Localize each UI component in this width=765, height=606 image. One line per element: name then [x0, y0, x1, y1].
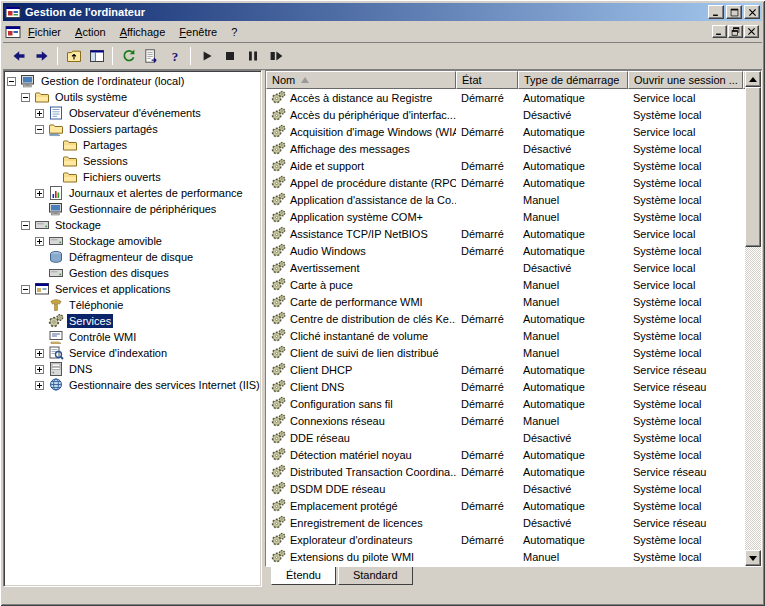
back-button[interactable] — [7, 45, 30, 67]
tree-item[interactable]: Gestion des disques — [4, 265, 261, 281]
service-row[interactable]: Enregistrement de licencesDésactivéServi… — [266, 514, 745, 531]
show-hide-console-tree-button[interactable] — [85, 45, 108, 67]
service-row[interactable]: Distributed Transaction Coordina...Démar… — [266, 463, 745, 480]
tree-item[interactable]: Services et applications — [4, 281, 261, 297]
tree-item[interactable]: Fichiers ouverts — [4, 169, 261, 185]
service-row[interactable]: Client DNSDémarréAutomatiqueService rése… — [266, 378, 745, 395]
minimize-button[interactable] — [708, 5, 724, 19]
tree-item[interactable]: Partages — [4, 137, 261, 153]
scroll-thumb[interactable] — [745, 87, 761, 247]
collapse-icon[interactable] — [21, 221, 30, 230]
restart-service-button[interactable] — [264, 45, 287, 67]
service-row[interactable]: Appel de procédure distante (RPC)Démarré… — [266, 174, 745, 191]
scroll-track[interactable] — [745, 247, 761, 550]
column-header-session[interactable]: Ouvrir une session ... — [628, 71, 743, 89]
menu-fichier[interactable]: Fichier — [21, 23, 68, 41]
help-button[interactable]: ? — [163, 45, 186, 67]
column-header-etat[interactable]: État — [456, 71, 518, 89]
child-restore-button[interactable] — [728, 25, 743, 38]
service-row[interactable]: Audio WindowsDémarréAutomatiqueSystème l… — [266, 242, 745, 259]
column-header-nom[interactable]: Nom — [266, 71, 456, 89]
logon-as-cell: Système local — [628, 497, 743, 514]
tree-item[interactable]: Gestionnaire de périphériques — [4, 201, 261, 217]
service-row[interactable]: Acquisition d'image Windows (WIA)Démarré… — [266, 123, 745, 140]
vertical-scrollbar[interactable] — [745, 71, 761, 566]
service-row[interactable]: Assistance TCP/IP NetBIOSDémarréAutomati… — [266, 225, 745, 242]
tree-item[interactable]: Dossiers partagés — [4, 121, 261, 137]
forward-button[interactable] — [30, 45, 53, 67]
tree-item[interactable]: Gestionnaire des services Internet (IIS) — [4, 377, 261, 393]
startup-type-cell: Désactivé — [518, 480, 628, 497]
menu-aide[interactable]: ? — [224, 23, 244, 41]
export-list-button[interactable] — [140, 45, 163, 67]
tree-item[interactable]: Téléphonie — [4, 297, 261, 313]
service-row[interactable]: Aide et supportDémarréAutomatiqueSystème… — [266, 157, 745, 174]
collapse-icon[interactable] — [21, 93, 30, 102]
service-row[interactable]: DSDM DDE réseauDésactivéSystème local — [266, 480, 745, 497]
view-tab-standard[interactable]: Standard — [338, 567, 413, 585]
service-row[interactable]: Client DHCPDémarréAutomatiqueService rés… — [266, 361, 745, 378]
collapse-icon[interactable] — [7, 77, 16, 86]
expand-icon[interactable] — [35, 237, 44, 246]
tree-item[interactable]: Sessions — [4, 153, 261, 169]
service-row[interactable]: DDE réseauDésactivéSystème local — [266, 429, 745, 446]
expand-icon[interactable] — [35, 109, 44, 118]
service-row[interactable]: Centre de distribution de clés Ke...Déma… — [266, 310, 745, 327]
service-row[interactable]: Explorateur d'ordinateursDémarréAutomati… — [266, 531, 745, 548]
service-name: Client DNS — [290, 381, 344, 393]
service-row[interactable]: Carte de performance WMIManuelSystème lo… — [266, 293, 745, 310]
service-row[interactable]: Extensions du pilote WMIManuelSystème lo… — [266, 548, 745, 565]
stop-service-button[interactable] — [218, 45, 241, 67]
child-close-button[interactable] — [744, 25, 759, 38]
pause-service-button[interactable] — [241, 45, 264, 67]
tree-item[interactable]: DNS — [4, 361, 261, 377]
service-status-cell: Démarré — [456, 395, 518, 412]
view-tab-etendu[interactable]: Étendu — [271, 567, 336, 585]
service-row[interactable]: Emplacement protégéDémarréAutomatiqueSys… — [266, 497, 745, 514]
up-one-level-button[interactable] — [62, 45, 85, 67]
expand-icon[interactable] — [35, 381, 44, 390]
start-service-button[interactable] — [195, 45, 218, 67]
service-row[interactable]: Configuration sans filDémarréAutomatique… — [266, 395, 745, 412]
close-button[interactable] — [744, 5, 760, 19]
refresh-button[interactable] — [117, 45, 140, 67]
child-window-icon[interactable] — [5, 24, 21, 40]
service-row[interactable]: Détection matériel noyauDémarréAutomatiq… — [266, 446, 745, 463]
expand-icon[interactable] — [35, 349, 44, 358]
logon-as-cell: Système local — [628, 429, 743, 446]
tree-item[interactable]: Contrôle WMI — [4, 329, 261, 345]
service-row[interactable]: Client de suivi de lien distribuéManuelS… — [266, 344, 745, 361]
service-row[interactable]: Accès du périphérique d'interfac...Désac… — [266, 106, 745, 123]
child-minimize-button[interactable] — [712, 25, 727, 38]
tree-item[interactable]: Gestion de l'ordinateur (local) — [4, 73, 261, 89]
tree-item[interactable]: Services — [4, 313, 261, 329]
title-bar[interactable]: Gestion de l'ordinateur — [3, 3, 762, 21]
menu-affichage[interactable]: Affichage — [113, 23, 173, 41]
tree-item[interactable]: Stockage — [4, 217, 261, 233]
tree-item[interactable]: Défragmenteur de disque — [4, 249, 261, 265]
maximize-button[interactable] — [726, 5, 742, 19]
service-row[interactable]: Application d'assistance de la Co...Manu… — [266, 191, 745, 208]
service-row[interactable]: Cliché instantané de volumeManuelSystème… — [266, 327, 745, 344]
tree-item[interactable]: Stockage amovible — [4, 233, 261, 249]
tree-item[interactable]: Observateur d'événements — [4, 105, 261, 121]
expand-icon[interactable] — [35, 189, 44, 198]
service-row[interactable]: AvertissementDésactivéService local — [266, 259, 745, 276]
service-row[interactable]: Application système COM+ManuelSystème lo… — [266, 208, 745, 225]
service-row[interactable]: Carte à puceManuelService local — [266, 276, 745, 293]
column-header-type[interactable]: Type de démarrage — [518, 71, 628, 89]
collapse-icon[interactable] — [21, 285, 30, 294]
tree-item[interactable]: Outils système — [4, 89, 261, 105]
scroll-down-button[interactable] — [745, 550, 761, 566]
menu-fenetre[interactable]: Fenêtre — [172, 23, 224, 41]
scroll-up-button[interactable] — [745, 71, 761, 87]
collapse-icon[interactable] — [35, 125, 44, 134]
service-row[interactable]: Connexions réseauDémarréManuelSystème lo… — [266, 412, 745, 429]
service-name-cell: Application système COM+ — [266, 208, 456, 225]
service-row[interactable]: Affichage des messagesDésactivéSystème l… — [266, 140, 745, 157]
tree-item[interactable]: Journaux et alertes de performance — [4, 185, 261, 201]
menu-action[interactable]: Action — [68, 23, 113, 41]
tree-item[interactable]: Service d'indexation — [4, 345, 261, 361]
expand-icon[interactable] — [35, 365, 44, 374]
service-row[interactable]: Accès à distance au RegistreDémarréAutom… — [266, 89, 745, 106]
